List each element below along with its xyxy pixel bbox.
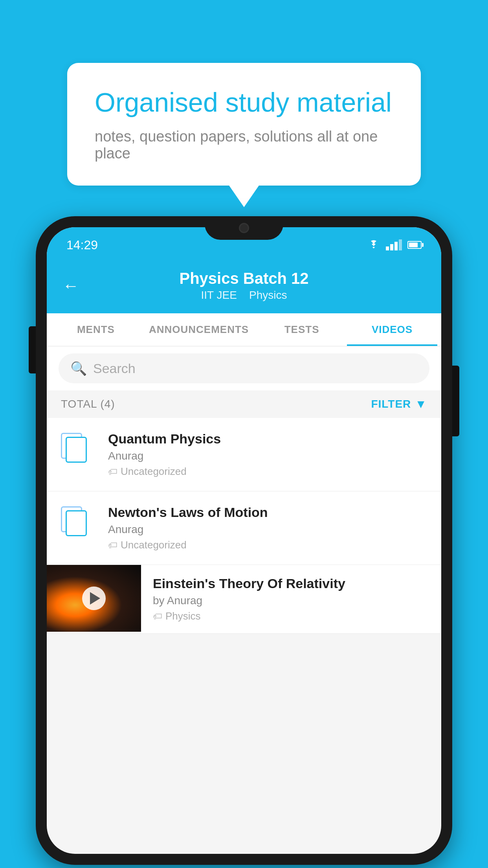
list-item[interactable]: Quantum Physics Anurag 🏷 Uncategorized: [47, 418, 441, 491]
video-author: by Anurag: [153, 594, 429, 607]
item-content: Quantum Physics Anurag 🏷 Uncategorized: [108, 431, 427, 478]
video-tag: 🏷 Physics: [153, 610, 429, 622]
play-icon: [90, 592, 100, 605]
header-subtitle: IIT JEE Physics: [91, 289, 397, 302]
tab-announcements[interactable]: ANNOUNCEMENTS: [141, 313, 257, 346]
camera: [239, 223, 249, 233]
item-title: Quantum Physics: [108, 431, 427, 447]
tab-ments[interactable]: MENTS: [51, 313, 141, 346]
tab-tests[interactable]: TESTS: [257, 313, 347, 346]
tag-label: Physics: [165, 610, 201, 622]
play-button[interactable]: [82, 587, 106, 610]
item-author: Anurag: [108, 450, 427, 462]
video-title: Einstein's Theory Of Relativity: [153, 576, 429, 591]
total-count: TOTAL (4): [61, 398, 115, 410]
video-content: Einstein's Theory Of Relativity by Anura…: [141, 565, 441, 633]
search-input[interactable]: Search: [93, 361, 136, 376]
status-time: 14:29: [66, 238, 98, 252]
video-thumbnail: [47, 565, 141, 632]
header-subtitle-part1: IIT JEE: [201, 289, 237, 301]
bubble-subtitle: notes, question papers, solutions all at…: [95, 128, 393, 162]
tabs-bar: MENTS ANNOUNCEMENTS TESTS VIDEOS: [47, 313, 441, 346]
tag-label: Uncategorized: [121, 465, 187, 478]
battery-icon: [407, 241, 422, 249]
phone-screen: 14:29: [47, 227, 441, 854]
document-icon: [61, 433, 96, 468]
tag-label: Uncategorized: [121, 539, 187, 551]
item-title: Newton's Laws of Motion: [108, 505, 427, 520]
phone-outer: 14:29: [36, 216, 452, 865]
header-subtitle-part2: Physics: [249, 289, 287, 301]
signal-bars-icon: [386, 239, 402, 250]
bubble-title: Organised study material: [95, 86, 393, 119]
tag-icon: 🏷: [153, 611, 162, 622]
filter-label: FILTER: [371, 398, 411, 410]
search-section: 🔍 Search: [47, 346, 441, 390]
phone-mockup: 14:29: [36, 216, 452, 865]
search-icon: 🔍: [70, 360, 87, 376]
list-item[interactable]: Newton's Laws of Motion Anurag 🏷 Uncateg…: [47, 491, 441, 565]
list-item-video[interactable]: Einstein's Theory Of Relativity by Anura…: [47, 565, 441, 634]
speech-bubble: Organised study material notes, question…: [67, 63, 421, 186]
wifi-icon: [367, 240, 380, 250]
filter-button[interactable]: FILTER ▼: [371, 397, 427, 411]
header-title-section: Physics Batch 12 IIT JEE Physics: [91, 270, 397, 302]
tag-icon: 🏷: [108, 466, 117, 477]
search-bar[interactable]: 🔍 Search: [59, 353, 429, 383]
item-content: Newton's Laws of Motion Anurag 🏷 Uncateg…: [108, 505, 427, 551]
phone-notch: [205, 216, 283, 240]
status-icons: [367, 239, 422, 250]
app-header: ← Physics Batch 12 IIT JEE Physics: [47, 259, 441, 313]
item-tag: 🏷 Uncategorized: [108, 539, 427, 551]
hero-section: Organised study material notes, question…: [0, 0, 488, 186]
tag-icon: 🏷: [108, 540, 117, 551]
content-list: Quantum Physics Anurag 🏷 Uncategorized: [47, 418, 441, 634]
tab-videos[interactable]: VIDEOS: [347, 313, 437, 346]
item-tag: 🏷 Uncategorized: [108, 465, 427, 478]
filter-bar: TOTAL (4) FILTER ▼: [47, 390, 441, 418]
document-icon: [61, 506, 96, 542]
item-author: Anurag: [108, 523, 427, 536]
filter-funnel-icon: ▼: [415, 397, 427, 411]
back-button[interactable]: ←: [62, 276, 79, 295]
header-title: Physics Batch 12: [91, 270, 397, 287]
